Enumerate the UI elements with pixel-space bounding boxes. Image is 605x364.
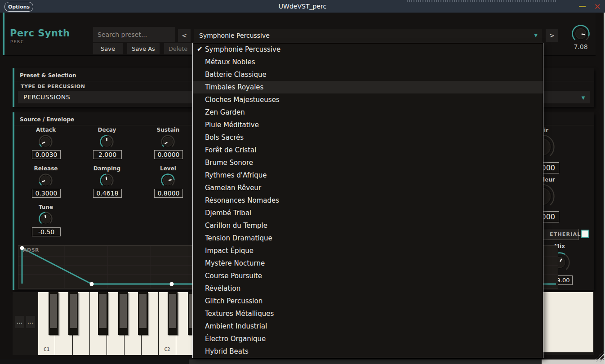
- preset-select[interactable]: Symphonie Percussive ▼: [194, 29, 542, 42]
- window-title: UWdeVST_perc: [0, 3, 605, 10]
- tune-value[interactable]: -0.50: [32, 227, 61, 236]
- black-key-face: [99, 294, 107, 328]
- damping-label: Damping: [87, 165, 127, 172]
- black-key[interactable]: [168, 292, 178, 335]
- fx-type-value: ETHERIAL: [550, 231, 581, 237]
- decay-value[interactable]: 2.000: [93, 150, 122, 159]
- preset-option[interactable]: Métaux Nobles: [193, 56, 543, 68]
- preset-option-label: Pluie Méditative: [205, 121, 259, 129]
- preset-option[interactable]: Rythmes d'Afrique: [193, 169, 543, 182]
- preset-option-label: Tension Dramatique: [205, 234, 272, 242]
- decay-knob[interactable]: [99, 134, 114, 149]
- preset-option-label: Rythmes d'Afrique: [205, 171, 267, 179]
- preset-option[interactable]: Djembé Tribal: [193, 207, 543, 219]
- preset-option-label: Textures Métalliques: [205, 310, 274, 318]
- panel-title: Source / Envelope: [20, 116, 74, 123]
- preset-option[interactable]: Ambient Industrial: [193, 320, 543, 333]
- preset-option-label: Cloches Majestueuses: [205, 96, 280, 104]
- preset-option[interactable]: Cloches Majestueuses: [193, 93, 543, 106]
- preset-option-label: Bols Sacrés: [205, 133, 244, 142]
- black-key-face: [70, 294, 77, 328]
- preset-option[interactable]: Électro Organique: [193, 333, 543, 345]
- air-label-fragment: ir: [544, 127, 548, 133]
- check-icon: ✔: [197, 45, 203, 53]
- sustain-value[interactable]: 0.0000: [154, 150, 183, 159]
- preset-option[interactable]: Révélation: [193, 282, 543, 295]
- preset-option[interactable]: Mystère Nocturne: [193, 257, 543, 270]
- preset-option-label: Brume Sonore: [205, 159, 253, 167]
- preset-option[interactable]: Tension Dramatique: [193, 232, 543, 244]
- preset-option[interactable]: Textures Métalliques: [193, 307, 543, 320]
- adsr-label: ADSR: [23, 247, 39, 253]
- percussion-type-value: PERCUSSIONS: [23, 93, 70, 101]
- release-value[interactable]: 0.3000: [32, 189, 61, 198]
- delete-button[interactable]: Delete: [164, 43, 192, 54]
- black-key-face: [139, 294, 147, 328]
- preset-option[interactable]: Zen Garden: [193, 106, 543, 119]
- preset-option[interactable]: Batterie Classique: [193, 68, 543, 81]
- black-key-face: [50, 294, 57, 328]
- preset-option[interactable]: Course Poursuite: [193, 270, 543, 282]
- close-icon[interactable]: ✕: [592, 1, 602, 11]
- octave-label: C1: [38, 346, 55, 352]
- preset-option-label: Timbales Royales: [205, 83, 263, 91]
- level-value[interactable]: 0.8000: [154, 189, 183, 198]
- preset-option-label: Hybrid Beats: [205, 347, 249, 355]
- preset-option-label: Électro Organique: [205, 335, 266, 343]
- preset-option[interactable]: Gamelan Rêveur: [193, 182, 543, 194]
- black-key[interactable]: [49, 292, 58, 335]
- attack-value[interactable]: 0.0030: [32, 150, 61, 159]
- preset-option[interactable]: Timbales Royales: [193, 81, 543, 93]
- preset-option-label: Résonances Nomades: [205, 196, 279, 204]
- preset-option-label: Symphonie Percussive: [205, 45, 280, 53]
- prev-preset-button[interactable]: <: [178, 29, 191, 42]
- preset-option-label: Course Poursuite: [205, 272, 262, 280]
- tune-knob[interactable]: [38, 211, 53, 226]
- preset-option-label: Djembé Tribal: [205, 209, 251, 217]
- preset-option[interactable]: Forêt de Cristal: [193, 144, 543, 156]
- preset-option-label: Forêt de Cristal: [205, 146, 256, 154]
- preset-option-label: Glitch Percussion: [205, 297, 262, 305]
- attack-label: Attack: [26, 127, 66, 133]
- black-key[interactable]: [138, 292, 148, 335]
- black-key[interactable]: [118, 292, 128, 335]
- black-key[interactable]: [68, 292, 78, 335]
- couleur-label-fragment: leur: [543, 177, 555, 183]
- sustain-knob[interactable]: [160, 134, 175, 149]
- fx-enable-checkbox[interactable]: [581, 230, 589, 238]
- preset-option[interactable]: Bols Sacrés: [193, 131, 543, 144]
- chevron-down-icon: ▼: [534, 33, 538, 38]
- level-knob[interactable]: [160, 173, 175, 188]
- chevron-down-icon: ▼: [582, 95, 585, 100]
- next-preset-button[interactable]: >: [546, 29, 558, 42]
- preset-option-label: Métaux Nobles: [205, 58, 255, 66]
- search-input[interactable]: [93, 27, 175, 42]
- attack-knob[interactable]: [38, 134, 53, 149]
- preset-option[interactable]: Glitch Percussion: [193, 295, 543, 307]
- black-key-face: [120, 294, 127, 328]
- minimize-icon[interactable]: [579, 6, 586, 7]
- bottom-frame: [0, 360, 189, 364]
- accent-edge: [3, 13, 4, 55]
- preset-option[interactable]: Pluie Méditative: [193, 119, 543, 131]
- preset-option-label: Carillon du Temple: [205, 222, 267, 230]
- preset-option-label: Zen Garden: [205, 108, 245, 116]
- preset-option[interactable]: Hybrid Beats: [193, 345, 543, 358]
- level-label: Level: [148, 165, 188, 172]
- release-knob[interactable]: [38, 173, 53, 188]
- preset-option[interactable]: Carillon du Temple: [193, 219, 543, 232]
- title-bar: Options UWdeVST_perc ✕: [0, 0, 605, 13]
- display-panel: [543, 292, 593, 352]
- bottom-frame: [189, 360, 542, 364]
- preset-option[interactable]: Résonances Nomades: [193, 194, 543, 207]
- preset-option[interactable]: Brume Sonore: [193, 156, 543, 169]
- preset-option[interactable]: Impact Épique: [193, 244, 543, 257]
- preset-option[interactable]: ✔ Symphonie Percussive: [193, 43, 543, 56]
- black-key[interactable]: [98, 292, 108, 335]
- volume-knob[interactable]: [571, 24, 590, 43]
- damping-value[interactable]: 0.4618: [93, 189, 122, 198]
- save-as-button[interactable]: Save As: [127, 43, 160, 54]
- tune-label: Tune: [26, 204, 66, 210]
- damping-knob[interactable]: [99, 173, 114, 188]
- save-button[interactable]: Save: [93, 43, 123, 54]
